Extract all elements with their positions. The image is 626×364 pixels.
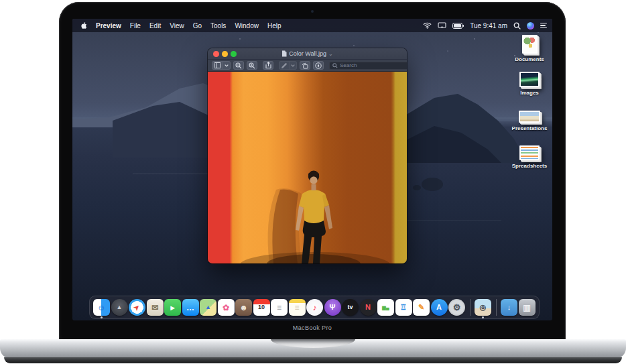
dock-photos-icon[interactable]: ✿ <box>218 299 235 316</box>
dock-calendar-icon[interactable]: 10 <box>253 299 270 316</box>
dock-trash-icon[interactable]: ▥ <box>519 299 536 316</box>
close-button[interactable] <box>213 51 219 57</box>
display-mirroring-icon[interactable] <box>438 22 446 29</box>
dock-downloads-folder-icon[interactable]: ↓ <box>501 299 517 316</box>
facetime-glyph: ▸ <box>170 304 174 312</box>
dock-notes-icon[interactable]: ≡ <box>289 299 306 316</box>
dock-news-icon[interactable]: N <box>360 299 377 316</box>
dock-keynote-icon[interactable]: ♖ <box>395 299 412 316</box>
dock-reminders-icon[interactable]: ≡ <box>271 299 288 316</box>
dock-appstore-icon[interactable]: A <box>431 299 448 316</box>
sea-rock <box>422 178 443 191</box>
markup-pen-chevron-button[interactable] <box>290 61 297 70</box>
photo-subject <box>208 72 407 263</box>
person <box>296 171 332 264</box>
markup-pen-group <box>279 61 297 70</box>
dock-maps-icon[interactable]: ▲ <box>200 299 216 316</box>
face <box>310 176 317 184</box>
zoom-in-button[interactable] <box>247 61 257 70</box>
pages-glyph: ✎ <box>418 304 424 311</box>
menu-item-tools[interactable]: Tools <box>210 22 226 29</box>
color-wall-image <box>208 72 407 263</box>
dock-system-preferences-icon[interactable]: ⚙ <box>448 299 465 316</box>
macbook-lid: Preview File Edit View Go Tools Window H… <box>59 2 566 340</box>
sea-rock-small <box>413 185 421 190</box>
menu-bar-status: Tue 9:41 am <box>423 22 552 29</box>
window-titlebar[interactable]: Color Wall.jpg ⌄ <box>208 48 407 60</box>
dock-preview-icon[interactable]: ◎ <box>475 299 491 316</box>
podcasts-glyph: Ψ <box>330 304 336 311</box>
window-title-group: Color Wall.jpg ⌄ <box>281 50 332 57</box>
view-options-button[interactable] <box>212 61 223 70</box>
search-field[interactable] <box>329 62 407 70</box>
window-toolbar <box>208 60 407 72</box>
dock-facetime-icon[interactable]: ▸ <box>164 299 181 316</box>
lid-opening-notch <box>271 339 355 348</box>
search-input[interactable] <box>340 62 407 68</box>
menu-item-file[interactable]: File <box>130 22 141 29</box>
trash-glyph: ▥ <box>523 304 530 312</box>
dock-safari-icon[interactable]: ➤ <box>129 299 145 316</box>
dock-pages-icon[interactable]: ✎ <box>413 299 430 316</box>
view-options-group <box>212 61 231 70</box>
dock-contacts-icon[interactable]: ☻ <box>235 299 252 316</box>
stack-label: Images <box>520 90 539 96</box>
dock-tv-icon[interactable]: tv <box>342 299 359 316</box>
tv-glyph: tv <box>347 304 353 310</box>
menu-item-go[interactable]: Go <box>193 22 202 29</box>
dock-mail-icon[interactable]: ✉ <box>147 299 164 316</box>
documents-stack-icon[interactable] <box>522 35 538 54</box>
dock-podcasts-icon[interactable]: Ψ <box>324 299 341 316</box>
stack-spreadsheets[interactable]: Spreadsheets <box>508 145 551 169</box>
share-icon <box>265 62 271 69</box>
menu-item-edit[interactable]: Edit <box>149 22 161 29</box>
news-glyph: N <box>365 304 371 311</box>
mail-glyph: ✉ <box>151 304 158 312</box>
stack-documents[interactable]: Documents <box>508 35 551 62</box>
dock-numbers-icon[interactable]: ▆▄ <box>377 299 394 316</box>
maps-glyph: ▲ <box>205 304 211 310</box>
preview-glyph: ◎ <box>480 304 487 311</box>
zoom-out-button[interactable] <box>233 61 244 70</box>
menu-bar-clock[interactable]: Tue 9:41 am <box>470 22 507 29</box>
window-title[interactable]: Color Wall.jpg <box>289 50 326 57</box>
stack-presentations[interactable]: Presentations <box>508 111 551 131</box>
zoom-button[interactable] <box>231 51 237 57</box>
document-icon <box>281 50 287 57</box>
menu-item-window[interactable]: Window <box>235 22 259 29</box>
markup-toolbar-button[interactable] <box>313 61 324 70</box>
photos-glyph: ✿ <box>223 304 229 312</box>
title-chevron-icon[interactable]: ⌄ <box>328 51 333 57</box>
view-options-chevron-button[interactable] <box>223 61 231 70</box>
spotlight-search-icon[interactable] <box>513 22 521 29</box>
notification-center-icon[interactable] <box>540 23 547 28</box>
dock-finder-icon[interactable]: ☺ <box>93 299 110 316</box>
dock-launchpad-icon[interactable]: ▲ <box>111 299 128 316</box>
spreadsheets-stack-icon[interactable] <box>519 145 540 160</box>
share-button[interactable] <box>263 61 273 70</box>
battery-icon[interactable] <box>452 23 464 29</box>
menu-item-help[interactable]: Help <box>267 22 281 29</box>
menu-item-app[interactable]: Preview <box>96 22 121 29</box>
rotate-left-icon <box>302 62 308 69</box>
stack-label: Documents <box>515 56 544 62</box>
images-stack-icon[interactable] <box>519 72 540 87</box>
keynote-glyph: ♖ <box>400 304 407 311</box>
dock-music-icon[interactable]: ♪ <box>306 299 323 316</box>
numbers-glyph: ▆▄ <box>382 305 389 310</box>
stack-images[interactable]: Images <box>508 72 551 96</box>
launchpad-glyph: ▲ <box>117 304 123 310</box>
rotate-left-button[interactable] <box>300 61 310 70</box>
apple-menu-icon[interactable] <box>80 21 87 29</box>
minimize-button[interactable] <box>222 51 228 57</box>
markup-pen-button[interactable] <box>279 61 290 70</box>
wifi-icon[interactable] <box>423 22 432 29</box>
presentations-stack-icon[interactable] <box>519 111 540 123</box>
menu-bar: Preview File Edit View Go Tools Window H… <box>72 19 552 32</box>
product-shot: Preview File Edit View Go Tools Window H… <box>0 0 626 364</box>
menu-item-view[interactable]: View <box>170 22 184 29</box>
preview-window: Color Wall.jpg ⌄ <box>208 48 407 263</box>
screen: Preview File Edit View Go Tools Window H… <box>72 19 552 320</box>
dock-messages-icon[interactable]: … <box>182 299 199 316</box>
siri-icon[interactable] <box>527 22 534 29</box>
